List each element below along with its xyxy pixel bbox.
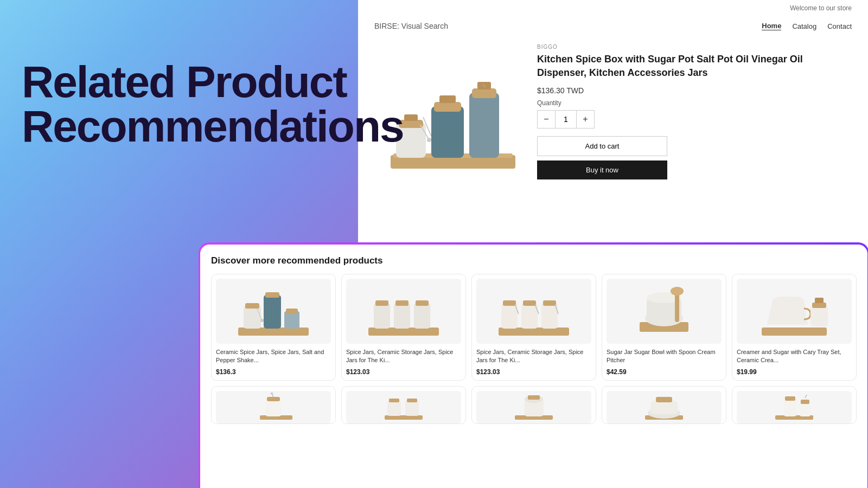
product-card-title-5: Creamer and Sugar with Cary Tray Set, Ce… bbox=[737, 348, 852, 365]
product-card-partial[interactable] bbox=[602, 386, 726, 424]
partial-product-image-4 bbox=[640, 393, 688, 422]
svg-point-55 bbox=[271, 393, 273, 395]
svg-rect-71 bbox=[785, 396, 795, 401]
product-card-partial[interactable] bbox=[211, 386, 336, 424]
product-brand: BIGGO bbox=[537, 44, 852, 50]
product-card-image bbox=[476, 279, 591, 344]
svg-rect-21 bbox=[286, 309, 298, 313]
product-card-price-3: $123.03 bbox=[476, 368, 591, 376]
welcome-text: Welcome to our store bbox=[790, 4, 852, 12]
product-card-title-1: Ceramic Spice Jars, Spice Jars, Salt and… bbox=[216, 348, 331, 365]
svg-rect-67 bbox=[650, 401, 678, 414]
svg-rect-34 bbox=[521, 303, 538, 329]
product-card-partial[interactable] bbox=[732, 386, 857, 424]
product-image-3 bbox=[496, 281, 572, 341]
nav-home[interactable]: Home bbox=[762, 22, 781, 30]
product-image-1 bbox=[235, 281, 311, 341]
svg-rect-72 bbox=[800, 402, 810, 416]
svg-rect-50 bbox=[815, 298, 824, 303]
svg-rect-6 bbox=[431, 106, 464, 158]
svg-point-23 bbox=[260, 319, 264, 322]
partial-product-image-3 bbox=[509, 393, 558, 422]
products-grid: Ceramic Spice Jars, Spice Jars, Salt and… bbox=[211, 274, 857, 381]
svg-rect-28 bbox=[395, 300, 409, 306]
nav-contact[interactable]: Contact bbox=[827, 22, 852, 30]
svg-rect-4 bbox=[404, 114, 418, 121]
svg-rect-56 bbox=[385, 415, 423, 420]
product-image-4 bbox=[626, 281, 702, 341]
product-info: BIGGO Kitchen Spice Box with Sugar Pot S… bbox=[537, 41, 852, 188]
product-card[interactable]: Creamer and Sugar with Cary Tray Set, Ce… bbox=[732, 274, 857, 381]
svg-point-46 bbox=[671, 287, 684, 296]
svg-point-14 bbox=[427, 138, 431, 142]
quantity-label: Quantity bbox=[537, 99, 852, 107]
svg-rect-15 bbox=[238, 328, 309, 336]
svg-rect-57 bbox=[387, 401, 401, 416]
quantity-decrease-button[interactable]: − bbox=[538, 111, 555, 128]
svg-rect-59 bbox=[405, 401, 419, 416]
product-card[interactable]: Ceramic Spice Jars, Spice Jars, Salt and… bbox=[211, 274, 336, 381]
product-card[interactable]: Sugar Jar Sugar Bowl with Spoon Cream Pi… bbox=[602, 274, 726, 381]
product-card-title-2: Spice Jars, Ceramic Storage Jars, Spice … bbox=[346, 348, 461, 365]
recommendations-panel: Discover more recommended products bbox=[200, 245, 867, 488]
product-detail: BIGGO Kitchen Spice Box with Sugar Pot S… bbox=[358, 36, 868, 198]
svg-rect-70 bbox=[783, 399, 797, 416]
svg-rect-48 bbox=[810, 306, 828, 326]
svg-rect-36 bbox=[541, 303, 558, 329]
svg-rect-58 bbox=[389, 399, 399, 402]
svg-rect-31 bbox=[499, 328, 569, 336]
partial-img-3 bbox=[476, 391, 591, 423]
partial-product-image-2 bbox=[379, 393, 428, 422]
svg-rect-47 bbox=[762, 328, 827, 336]
quantity-increase-button[interactable]: + bbox=[577, 111, 594, 128]
svg-rect-24 bbox=[368, 328, 439, 336]
product-card[interactable]: Spice Jars, Ceramic Storage Jars, Spice … bbox=[341, 274, 466, 381]
product-image-5 bbox=[756, 281, 832, 341]
product-title: Kitchen Spice Box with Sugar Pot Salt Po… bbox=[537, 53, 852, 80]
svg-rect-53 bbox=[267, 397, 280, 401]
svg-rect-7 bbox=[434, 102, 461, 112]
svg-rect-64 bbox=[528, 395, 540, 400]
svg-rect-10 bbox=[472, 88, 496, 98]
svg-rect-60 bbox=[407, 399, 417, 402]
svg-rect-52 bbox=[265, 399, 282, 416]
product-card-image bbox=[216, 279, 331, 344]
product-card-title-3: Spice Jars, Ceramic Storage Jars, Spice … bbox=[476, 348, 591, 365]
svg-rect-25 bbox=[374, 303, 390, 329]
nav-bar: BIRSE: Visual Search Home Catalog Contac… bbox=[358, 16, 868, 36]
quantity-control: − 1 + bbox=[537, 110, 595, 129]
partial-img-1 bbox=[216, 391, 331, 423]
product-price: $136.30 TWD bbox=[537, 86, 852, 95]
partial-img-2 bbox=[346, 391, 461, 423]
svg-rect-16 bbox=[244, 306, 261, 329]
product-card-partial[interactable] bbox=[341, 386, 466, 424]
nav-brand: BIRSE: Visual Search bbox=[374, 22, 448, 30]
svg-rect-8 bbox=[439, 95, 456, 103]
product-card-title-4: Sugar Jar Sugar Bowl with Spoon Cream Pi… bbox=[607, 348, 722, 365]
hero-section: Related Product Recommendations bbox=[22, 60, 380, 149]
svg-rect-19 bbox=[265, 292, 279, 298]
product-image-2 bbox=[366, 281, 442, 341]
svg-rect-33 bbox=[503, 300, 516, 306]
product-card-price-2: $123.03 bbox=[346, 368, 461, 376]
buy-now-button[interactable]: Buy it now bbox=[537, 160, 667, 179]
add-to-cart-button[interactable]: Add to cart bbox=[537, 136, 667, 156]
nav-catalog[interactable]: Catalog bbox=[792, 22, 816, 30]
svg-rect-35 bbox=[523, 300, 536, 306]
partial-product-image-5 bbox=[770, 393, 819, 422]
svg-rect-20 bbox=[284, 311, 299, 329]
svg-rect-9 bbox=[469, 93, 499, 158]
product-card-partial[interactable] bbox=[471, 386, 596, 424]
product-card-image bbox=[737, 279, 852, 344]
quantity-value: 1 bbox=[555, 111, 577, 128]
svg-rect-18 bbox=[264, 295, 281, 329]
svg-rect-49 bbox=[812, 303, 826, 308]
svg-rect-30 bbox=[416, 300, 429, 306]
hero-title: Related Product Recommendations bbox=[22, 60, 380, 149]
products-grid-row2 bbox=[211, 386, 857, 424]
product-card-price-1: $136.3 bbox=[216, 368, 331, 376]
recommendations-heading: Discover more recommended products bbox=[211, 255, 857, 266]
product-card-price-4: $42.59 bbox=[607, 368, 722, 376]
svg-rect-37 bbox=[543, 300, 556, 306]
product-card[interactable]: Spice Jars, Ceramic Storage Jars, Spice … bbox=[471, 274, 596, 381]
